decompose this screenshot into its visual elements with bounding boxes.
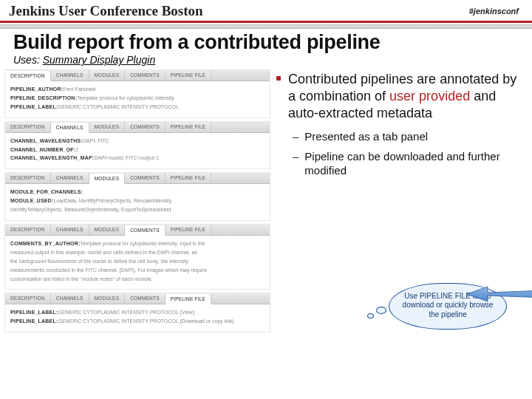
callout-wrap: Use PIPELINE FILE tab to download or qui… <box>389 283 507 330</box>
field-label: MODULE_FOR_CHANNELS: <box>10 189 83 194</box>
bullet-main-user: user provided <box>389 89 470 103</box>
tab-description[interactable]: DESCRIPTION <box>5 122 51 132</box>
tab-channels[interactable]: CHANNELS <box>51 293 89 304</box>
tab-description[interactable]: DESCRIPTION <box>5 71 51 81</box>
left-column: DESCRIPTIONCHANNELSMODULESCOMMENTSPIPELI… <box>4 69 270 332</box>
field-row: MODULE_FOR_CHANNELS: <box>10 188 265 197</box>
callout-text: Use PIPELINE FILE tab to download or qui… <box>403 292 494 318</box>
bullet-sub-2: – Pipeline can be downloaded and further… <box>293 149 523 177</box>
bullet-sub-1: – Presented as a tab panel <box>293 129 523 143</box>
field-label: PIPELINE_DESCRIPTION: <box>10 95 77 100</box>
tab-description[interactable]: DESCRIPTION <box>5 173 51 183</box>
bullet-sub1-text: Presented as a tab panel <box>304 129 428 143</box>
tab-pipeline-file[interactable]: PIPELINE FILE <box>166 122 211 132</box>
tab-channels[interactable]: CHANNELS <box>51 225 89 235</box>
tab-channels[interactable]: CHANNELS <box>51 123 89 133</box>
slide-title: Build report from a contributed pipeline <box>0 29 532 54</box>
tab-comments[interactable]: COMMENTS <box>125 225 166 236</box>
tab-comments[interactable]: COMMENTS <box>125 293 166 304</box>
tab-strip: DESCRIPTIONCHANNELSMODULESCOMMENTSPIPELI… <box>5 70 270 81</box>
field-row: COMMENTS_BY_AUTHOR:Template protocol for… <box>10 239 265 248</box>
slide-body: DESCRIPTIONCHANNELSMODULESCOMMENTSPIPELI… <box>0 68 532 332</box>
tab-modules[interactable]: MODULES <box>89 293 126 304</box>
field-row: measurements conducted in the FITC chann… <box>10 266 265 275</box>
tab-comments[interactable]: COMMENTS <box>125 122 166 132</box>
tab-channels[interactable]: CHANNELS <box>51 70 89 81</box>
tab-description[interactable]: DESCRIPTION <box>5 225 51 235</box>
field-row: PIPELINE_AUTHOR:Fred Farsinski <box>10 85 265 94</box>
panel-body: CHANNEL_WAVELENGTHS:DAPI, FITCCHANNEL_NU… <box>5 133 270 169</box>
field-value: customisation are listed in the "module … <box>10 276 153 282</box>
panel-body: COMMENTS_BY_AUTHOR:Template protocol for… <box>5 236 270 289</box>
field-value: Fred Farsinski <box>63 86 95 92</box>
header-divider-red <box>0 21 532 23</box>
tab-strip: DESCRIPTIONCHANNELSMODULESCOMMENTSPIPELI… <box>5 293 270 304</box>
tab-modules[interactable]: MODULES <box>89 174 126 184</box>
field-row: the background fluorescence of the nucle… <box>10 257 265 266</box>
bullet-sub2-text: Pipeline can be downloaded and further m… <box>304 149 523 177</box>
field-value: DAPI, FITC <box>83 138 109 143</box>
hashtag: #jenkinsconf <box>469 7 519 16</box>
tab-strip: DESCRIPTIONCHANNELSMODULESCOMMENTSPIPELI… <box>5 173 270 184</box>
tab-modules[interactable]: MODULES <box>89 122 126 132</box>
panel-body: PIPELINE_AUTHOR:Fred FarsinskiPIPELINE_D… <box>5 81 270 117</box>
field-row: CHANNEL_NUMBER_OF:2 <box>10 146 265 154</box>
tab-pipeline-file[interactable]: PIPELINE FILE <box>166 173 211 183</box>
field-row: PIPELINE_LABEL:GENERIC CYTOPLASMIC INTEN… <box>10 103 265 112</box>
field-label: PIPELINE_LABEL: <box>10 310 58 315</box>
tab-panel: DESCRIPTIONCHANNELSMODULESCOMMENTSPIPELI… <box>4 293 270 332</box>
field-value: GENERIC CYTOPLASMIC INTENSITY PROTOCOL <box>58 104 178 109</box>
field-value: GENERIC CYTOPLASMIC INTENSITY PROTOCOL (… <box>58 318 233 324</box>
uses-line: Uses: Summary Display Plugin <box>0 54 532 68</box>
tab-panel: DESCRIPTIONCHANNELSMODULESCOMMENTSPIPELI… <box>4 69 270 118</box>
field-label: COMMENTS_BY_AUTHOR: <box>10 241 80 246</box>
field-row: PIPELINE_LABEL:GENERIC CYTOPLASMIC INTEN… <box>10 308 265 317</box>
tab-panel: DESCRIPTIONCHANNELSMODULESCOMMENTSPIPELI… <box>4 224 270 290</box>
tab-modules[interactable]: MODULES <box>89 225 126 235</box>
tab-strip: DESCRIPTIONCHANNELSMODULESCOMMENTSPIPELI… <box>5 225 270 236</box>
tab-modules[interactable]: MODULES <box>89 70 126 81</box>
field-value: IdentifyTertiaryObjects, MeasureObjectIn… <box>10 207 171 212</box>
field-row: PIPELINE_LABEL:GENERIC CYTOPLASMIC INTEN… <box>10 317 265 326</box>
tab-comments[interactable]: COMMENTS <box>125 70 166 81</box>
field-label: PIPELINE_LABEL: <box>10 104 58 109</box>
plugin-link[interactable]: Summary Display Plugin <box>43 54 156 66</box>
tab-description[interactable]: DESCRIPTION <box>5 293 51 304</box>
tab-panel: DESCRIPTIONCHANNELSMODULESCOMMENTSPIPELI… <box>4 172 270 221</box>
field-value: measurements conducted in the FITC chann… <box>10 267 207 273</box>
dash-icon: – <box>293 130 299 143</box>
field-value: Template protocol for cytoplasmic intens… <box>80 241 205 246</box>
bullet-dot-icon <box>276 76 281 81</box>
slide: Jenkins User Conference Boston #jenkinsc… <box>0 0 532 399</box>
field-row: customisation are listed in the "module … <box>10 275 265 284</box>
panel-body: MODULE_FOR_CHANNELS:MODULE_USED:LoadData… <box>5 184 270 220</box>
callout-cloud: Use PIPELINE FILE tab to download or qui… <box>389 283 507 330</box>
cloud-bubble-icon <box>367 313 374 318</box>
field-value: LoadData, IdentifyPrimaryObjects, Rescal… <box>53 198 172 203</box>
field-value: the background fluorescence of the nucle… <box>10 259 188 264</box>
tab-channels[interactable]: CHANNELS <box>51 173 89 183</box>
field-value: Template protocol for cytoplasmic intens… <box>77 95 174 100</box>
tab-pipeline-file[interactable]: PIPELINE FILE <box>166 294 211 304</box>
uses-prefix: Uses: <box>13 54 43 66</box>
field-label: CHANNEL_WAVELENGTH_MAP: <box>10 155 94 160</box>
field-label: PIPELINE_LABEL: <box>10 318 58 324</box>
panel-body: PIPELINE_LABEL:GENERIC CYTOPLASMIC INTEN… <box>5 304 270 332</box>
dash-icon: – <box>293 150 299 163</box>
tab-comments[interactable]: COMMENTS <box>125 173 166 183</box>
bullet-main-text: Contributed pipelines are annotated by a… <box>288 71 523 122</box>
field-label: PIPELINE_AUTHOR: <box>10 86 63 92</box>
bullet-main: Contributed pipelines are annotated by a… <box>276 71 523 122</box>
conference-title: Jenkins User Conference Boston <box>9 3 203 19</box>
cloud-bubble-icon <box>376 307 386 314</box>
tab-pipeline-file[interactable]: PIPELINE FILE <box>166 70 211 81</box>
field-row: CHANNEL_WAVELENGTHS:DAPI, FITC <box>10 137 265 146</box>
field-label: MODULE_USED: <box>10 198 53 203</box>
field-value: 2 <box>75 147 78 152</box>
right-column: Contributed pipelines are annotated by a… <box>275 69 528 332</box>
slide-header: Jenkins User Conference Boston #jenkinsc… <box>0 0 532 21</box>
field-value: measured output in this example: nuclei … <box>10 250 197 255</box>
field-row: PIPELINE_DESCRIPTION:Template protocol f… <box>10 94 265 103</box>
tab-pipeline-file[interactable]: PIPELINE FILE <box>166 225 211 235</box>
field-value: DAPI=nuclei; FITC=output 1 <box>94 155 159 160</box>
